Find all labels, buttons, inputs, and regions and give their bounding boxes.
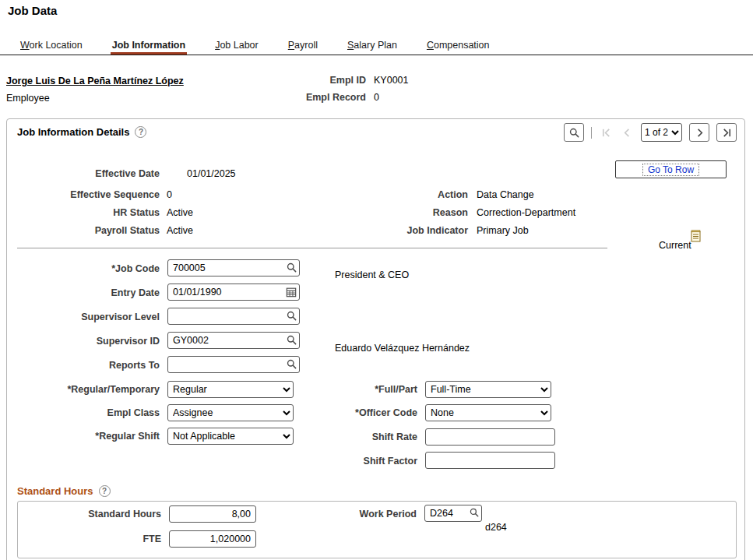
section-header: Job Information Details [17,126,146,138]
toolbar-separator [591,127,592,139]
reports-to-label: Reports To [12,360,160,371]
shift-factor-input[interactable] [425,452,555,469]
job-code-description: President & CEO [335,269,409,280]
job-code-field [167,259,300,276]
fte-label: FTE [29,534,161,544]
supervisor-level-field [167,308,300,325]
reason-label: Reason [351,207,468,218]
tab-payroll[interactable]: Payroll [287,34,319,55]
reports-to-input[interactable] [167,356,300,373]
regular-shift-select[interactable]: Not Applicable [167,428,294,445]
empl-id-value: KY0001 [374,75,408,86]
work-period-label: Work Period [323,509,417,519]
job-indicator-label: Job Indicator [351,225,468,236]
effective-date-label: Effective Date [12,168,160,179]
empl-id-label: Empl ID [288,75,366,86]
shift-rate-label: Shift Rate [301,431,417,442]
section-title: Job Information Details [17,126,129,138]
next-row-button[interactable] [689,123,709,142]
entry-date-input[interactable] [167,284,300,301]
supervisor-id-description: Eduardo Velázquez Hernández [335,343,470,354]
regular-temporary-label: *Regular/Temporary [12,384,160,395]
go-to-row-label: Go To Row [642,164,699,176]
previous-row-icon [620,123,634,142]
tab-compensation[interactable]: Compensation [425,34,491,55]
full-part-select[interactable]: Full-Time [425,381,551,398]
empl-class-select[interactable]: Assignee [167,404,294,421]
employee-name-link[interactable]: Jorge Luis De La Peña Martínez López [6,76,184,86]
job-indicator-value: Primary Job [477,225,529,236]
shift-factor-label: Shift Factor [301,456,417,467]
effective-sequence-value: 0 [167,189,172,200]
supervisor-id-lookup-icon[interactable] [287,335,297,345]
empl-class-label: Empl Class [12,407,160,418]
chevron-right-icon [694,127,705,139]
payroll-status-value: Active [167,225,193,236]
reports-to-field [167,356,300,373]
hr-status-value: Active [167,207,193,218]
effective-date-value: 01/01/2025 [187,168,236,179]
standard-hours-heading: Standard Hours [17,485,111,497]
employee-type-label: Employee [6,93,50,104]
empl-record-value: 0 [374,92,379,103]
chevron-right-bar-icon [721,127,733,139]
reason-value: Correction-Department [477,207,575,218]
first-row-icon [599,123,613,142]
calendar-icon[interactable] [286,287,297,298]
search-icon [569,128,579,138]
notepad-icon[interactable] [691,230,701,242]
supervisor-level-input[interactable] [167,308,300,325]
payroll-status-label: Payroll Status [12,225,160,236]
officer-code-select[interactable]: None [425,404,551,421]
standard-hours-input[interactable] [169,505,256,523]
officer-code-label: *Officer Code [301,407,417,418]
tab-job-information[interactable]: Job Information [111,34,187,55]
action-label: Action [351,189,468,200]
tab-job-labor[interactable]: Job Labor [213,34,260,55]
job-information-details-section: Job Information Details 1 of 2 [6,118,745,560]
entry-date-field [167,284,300,301]
work-period-description: d264 [485,522,507,533]
empl-record-label: Empl Record [288,92,366,103]
supervisor-id-label: Supervisor ID [12,336,160,347]
work-period-lookup-icon[interactable] [470,508,479,517]
section-divider [17,248,607,248]
row-selector[interactable]: 1 of 2 [641,123,682,142]
standard-hours-title: Standard Hours [17,485,93,497]
hr-status-label: HR Status [12,207,160,218]
job-code-label: *Job Code [12,263,160,274]
tab-bar: Work Location Job Information Job Labor … [0,34,753,55]
help-icon[interactable] [135,126,146,138]
supervisor-level-lookup-icon[interactable] [287,311,297,321]
current-row-label: Current [659,240,691,251]
regular-shift-label: *Regular Shift [12,431,160,442]
job-code-lookup-icon[interactable] [287,262,297,273]
page-title: Job Data [8,4,57,17]
shift-rate-input[interactable] [425,428,555,446]
standard-hours-label: Standard Hours [29,509,161,519]
reports-to-lookup-icon[interactable] [287,359,297,369]
standard-hours-section: Standard Hours Work Period d264 FTE [17,501,737,558]
action-value: Data Change [477,189,534,200]
full-part-label: *Full/Part [301,384,417,395]
tab-salary-plan[interactable]: Salary Plan [346,34,399,55]
regular-temporary-select[interactable]: Regular [167,381,294,398]
supervisor-id-input[interactable] [167,332,300,349]
last-row-button[interactable] [716,123,737,142]
tab-work-location[interactable]: Work Location [19,34,84,55]
work-period-field [424,505,482,522]
supervisor-level-label: Supervisor Level [12,312,160,322]
entry-date-label: Entry Date [12,287,160,298]
supervisor-id-field [167,332,300,349]
fte-input[interactable] [169,530,256,548]
standard-hours-help-icon[interactable] [99,485,111,497]
effective-sequence-label: Effective Sequence [12,189,160,200]
grid-toolbar: 1 of 2 [564,123,737,142]
go-to-row-button[interactable]: Go To Row [615,160,727,178]
job-code-input[interactable] [167,259,300,276]
find-button[interactable] [564,123,584,142]
